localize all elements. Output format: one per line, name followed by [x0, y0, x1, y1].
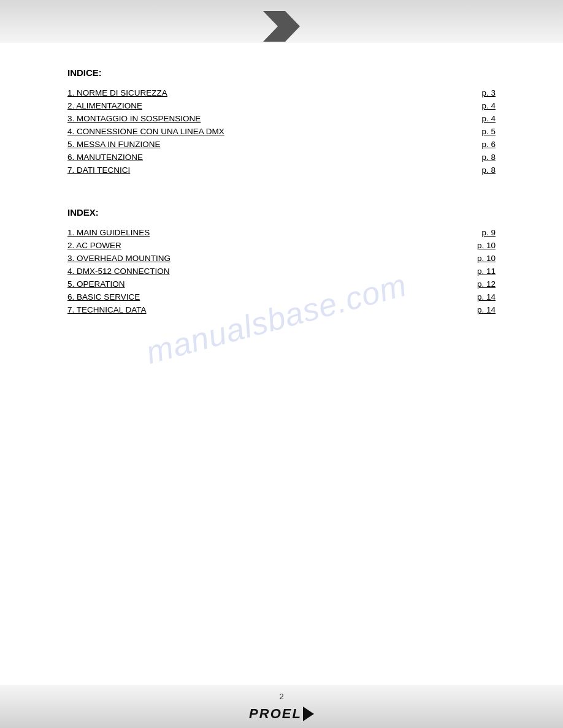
table-row: 7. TECHNICAL DATA p. 14	[67, 303, 496, 316]
toc-item-label: 6. BASIC SERVICE	[67, 290, 431, 303]
toc-item-page: p. 9	[431, 226, 496, 239]
table-row: 6. BASIC SERVICE p. 14	[67, 290, 496, 303]
indice-section: INDICE: 1. NORME DI SICUREZZA p. 3 2. AL…	[67, 67, 496, 195]
table-row: 2. AC POWER p. 10	[67, 239, 496, 252]
table-row: 1. NORME DI SICUREZZA p. 3	[67, 86, 496, 99]
table-row: 1. MAIN GUIDELINES p. 9	[67, 226, 496, 239]
toc-item-label: 1. MAIN GUIDELINES	[67, 226, 431, 239]
indice-table: 1. NORME DI SICUREZZA p. 3 2. ALIMENTAZI…	[67, 86, 496, 176]
index-table: 1. MAIN GUIDELINES p. 9 2. AC POWER p. 1…	[67, 226, 496, 316]
toc-item-page: p. 14	[431, 290, 496, 303]
page-number: 2	[279, 692, 283, 701]
toc-item-label: 4. DMX-512 CONNECTION	[67, 265, 431, 278]
toc-item-page: p. 8	[431, 164, 496, 176]
toc-item-label: 7. DATI TECNICI	[67, 164, 431, 176]
toc-item-page: p. 4	[431, 99, 496, 112]
toc-item-page: p. 11	[431, 265, 496, 278]
toc-item-label: 1. NORME DI SICUREZZA	[67, 86, 431, 99]
brand-arrow-icon	[303, 707, 314, 721]
toc-item-label: 4. CONNESSIONE CON UNA LINEA DMX	[67, 125, 431, 138]
toc-item-label: 7. TECHNICAL DATA	[67, 303, 431, 316]
toc-item-page: p. 4	[431, 112, 496, 125]
toc-item-page: p. 5	[431, 125, 496, 138]
table-row: 4. CONNESSIONE CON UNA LINEA DMX p. 5	[67, 125, 496, 138]
index-title: INDEX:	[67, 207, 496, 218]
toc-item-page: p. 6	[431, 138, 496, 151]
main-content: INDICE: 1. NORME DI SICUREZZA p. 3 2. AL…	[0, 43, 563, 685]
brand-logo: PROEL	[249, 706, 314, 722]
table-row: 2. ALIMENTAZIONE p. 4	[67, 99, 496, 112]
toc-item-label: 2. AC POWER	[67, 239, 431, 252]
toc-item-page: p. 12	[431, 278, 496, 290]
brand-name: PROEL	[249, 706, 302, 722]
toc-item-label: 6. MANUTENZIONE	[67, 151, 431, 164]
toc-item-label: 5. MESSA IN FUNZIONE	[67, 138, 431, 151]
footer: 2 PROEL	[0, 685, 563, 728]
toc-item-label: 5. OPERATION	[67, 278, 431, 290]
table-row: 4. DMX-512 CONNECTION p. 11	[67, 265, 496, 278]
table-row: 5. MESSA IN FUNZIONE p. 6	[67, 138, 496, 151]
toc-item-label: 3. MONTAGGIO IN SOSPENSIONE	[67, 112, 431, 125]
toc-item-label: 2. ALIMENTAZIONE	[67, 99, 431, 112]
toc-item-page: p. 10	[431, 239, 496, 252]
table-row: 6. MANUTENZIONE p. 8	[67, 151, 496, 164]
table-row: 7. DATI TECNICI p. 8	[67, 164, 496, 176]
table-row: 5. OPERATION p. 12	[67, 278, 496, 290]
table-row: 3. MONTAGGIO IN SOSPENSIONE p. 4	[67, 112, 496, 125]
indice-title: INDICE:	[67, 67, 496, 78]
chevron-icon	[263, 11, 300, 42]
toc-item-page: p. 14	[431, 303, 496, 316]
toc-item-page: p. 8	[431, 151, 496, 164]
top-banner	[0, 0, 563, 43]
table-row: 3. OVERHEAD MOUNTING p. 10	[67, 252, 496, 265]
toc-item-page: p. 10	[431, 252, 496, 265]
toc-item-label: 3. OVERHEAD MOUNTING	[67, 252, 431, 265]
toc-item-page: p. 3	[431, 86, 496, 99]
svg-marker-0	[263, 11, 300, 42]
index-section: INDEX: 1. MAIN GUIDELINES p. 9 2. AC POW…	[67, 207, 496, 335]
page: INDICE: 1. NORME DI SICUREZZA p. 3 2. AL…	[0, 0, 563, 728]
